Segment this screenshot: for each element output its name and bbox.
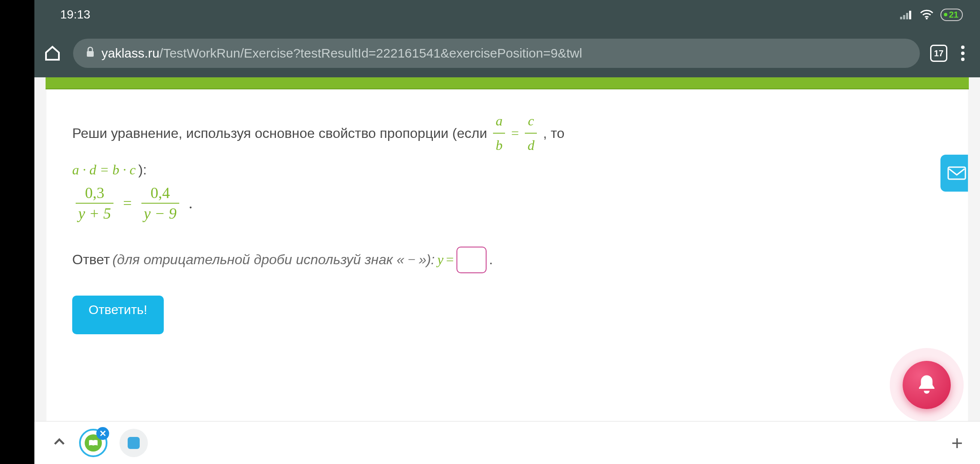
battery-level: 21 [949, 10, 959, 20]
home-button[interactable] [42, 45, 63, 62]
page-area: Реши уравнение, используя основное свойс… [34, 77, 980, 421]
stop-icon [128, 437, 140, 449]
svg-rect-6 [948, 167, 965, 179]
proportion-rule-line: a · d = b · c): [72, 159, 942, 181]
stop-button[interactable] [119, 429, 148, 457]
menu-button[interactable] [958, 42, 968, 64]
status-indicators: 21 [900, 9, 963, 21]
answer-hint-close: »): [419, 252, 435, 268]
svg-rect-5 [87, 51, 94, 57]
fraction-a-b: a b [493, 110, 505, 156]
problem-after-frac: , то [543, 122, 564, 144]
bottom-bar: ✕ + [34, 421, 980, 464]
equation-right: 0,4 y − 9 [141, 184, 179, 223]
expand-button[interactable] [52, 434, 67, 452]
problem-intro: Реши уравнение, используя основное свойс… [72, 122, 487, 144]
equals-sign: = [511, 122, 519, 144]
wifi-icon [920, 9, 934, 20]
equation-period: . [189, 194, 193, 212]
tab-count-value: 17 [934, 49, 943, 58]
status-time: 19:13 [60, 8, 90, 21]
answer-equals: = [446, 252, 454, 268]
answer-var: y [438, 252, 444, 268]
svg-point-4 [925, 18, 928, 20]
answer-period: . [489, 252, 493, 268]
signal-icon [900, 10, 913, 19]
equation-equals: = [123, 194, 132, 212]
proportion-rule: a · d = b · c [72, 159, 136, 181]
answer-label: Ответ [72, 252, 110, 268]
close-badge[interactable]: ✕ [96, 427, 109, 440]
header-strip [46, 77, 969, 89]
notifications-button[interactable] [903, 361, 951, 409]
status-bar: 19:13 21 [34, 0, 980, 29]
new-tab-button[interactable]: + [951, 431, 963, 455]
equation: 0,3 y + 5 = 0,4 y − 9 . [72, 184, 942, 223]
url-bar[interactable]: yaklass.ru/TestWorkRun/Exercise?testResu… [73, 39, 920, 68]
tab-count-button[interactable]: 17 [930, 45, 947, 62]
mail-icon [947, 166, 966, 180]
bell-icon [915, 373, 938, 397]
url-text: yaklass.ru/TestWorkRun/Exercise?testResu… [101, 46, 582, 61]
exercise-card: Реши уравнение, используя основное свойс… [46, 89, 968, 421]
lock-icon [85, 46, 95, 61]
browser-toolbar: yaklass.ru/TestWorkRun/Exercise?testResu… [34, 29, 980, 77]
answer-input[interactable] [456, 247, 487, 273]
svg-rect-2 [906, 13, 908, 19]
rule-close: ): [138, 159, 147, 181]
svg-rect-3 [909, 11, 911, 19]
equation-left: 0,3 y + 5 [76, 184, 113, 223]
svg-rect-0 [900, 17, 902, 19]
fraction-c-d: c d [525, 110, 537, 156]
svg-rect-1 [903, 15, 905, 19]
answer-line: Ответ (для отрицательной дроби используй… [72, 247, 942, 273]
app-badge[interactable]: ✕ [79, 429, 107, 457]
submit-button[interactable]: Ответить! [72, 296, 164, 334]
minus-symbol: − [407, 252, 416, 268]
battery-icon: 21 [940, 9, 963, 21]
problem-statement: Реши уравнение, используя основное свойс… [72, 110, 942, 156]
url-domain: yaklass.ru [101, 46, 159, 60]
mail-tab[interactable] [940, 155, 968, 192]
url-path: /TestWorkRun/Exercise?testResultId=22216… [159, 46, 582, 60]
answer-hint-open: (для отрицательной дроби используй знак … [113, 252, 404, 268]
